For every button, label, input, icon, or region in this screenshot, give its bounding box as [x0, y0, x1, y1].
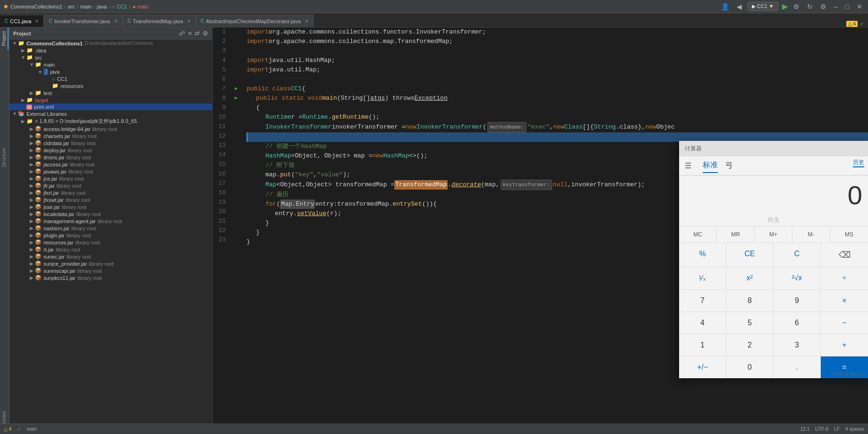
update-icon[interactable]: ↻: [805, 2, 815, 11]
calc-tab-bow[interactable]: 弓: [725, 159, 733, 173]
sidebar-expand-icon[interactable]: ⇄: [195, 30, 200, 37]
tab-transformedmap[interactable]: C TransformedMap.java ✕: [123, 15, 196, 27]
calc-btn-dot[interactable]: .: [774, 356, 821, 378]
back-icon[interactable]: ◀: [735, 2, 744, 11]
status-warning[interactable]: △ 4: [4, 426, 11, 432]
breadcrumb-project[interactable]: CommonsCollections1: [10, 4, 62, 9]
status-linesep[interactable]: LF: [834, 426, 840, 432]
calc-btn-1[interactable]: 1: [679, 334, 726, 356]
tree-item-jar-sunpkcs11[interactable]: ▶ 📦 sunpkcs11.jar library root: [9, 274, 212, 281]
tree-item-jar-deploy[interactable]: ▶ 📦 deploy.jar library root: [9, 147, 212, 154]
sidebar-scope-icon[interactable]: ☍: [179, 30, 185, 37]
tree-item-main[interactable]: ▼ 📁 main: [9, 61, 212, 68]
calc-mminus-btn[interactable]: M-: [792, 226, 830, 243]
tree-item-extlibs[interactable]: ▼ 📚 External Libraries: [9, 110, 212, 117]
tree-item-cc1[interactable]: ○ CC1: [9, 76, 212, 82]
calc-tab-standard[interactable]: 标准: [703, 158, 718, 173]
calc-btn-5[interactable]: 5: [726, 312, 774, 334]
tree-item-idea[interactable]: ▶ 📁 .idea: [9, 47, 212, 54]
calc-btn-sub[interactable]: −: [821, 312, 868, 334]
structure-panel-tab[interactable]: Structure: [0, 144, 9, 171]
breadcrumb-main2[interactable]: ● main: [133, 4, 149, 9]
calc-btn-3[interactable]: 3: [774, 334, 821, 356]
calc-btn-6[interactable]: 6: [774, 312, 821, 334]
tree-item-test[interactable]: ▶ 📁 test: [9, 89, 212, 96]
settings-icon[interactable]: ⚙: [818, 2, 828, 11]
calc-btn-mul[interactable]: ×: [821, 289, 868, 312]
calc-btn-ce[interactable]: CE: [726, 243, 774, 267]
calc-btn-c[interactable]: C: [774, 243, 821, 267]
calc-mc-btn[interactable]: MC: [679, 226, 717, 243]
tree-item-jar-sunmscapi[interactable]: ▶ 📦 sunmscapi.jar library root: [9, 267, 212, 274]
sidebar-settings-icon[interactable]: ⚙: [203, 30, 208, 37]
tree-item-jar-dnsns[interactable]: ▶ 📦 dnsns.jar library root: [9, 154, 212, 161]
tab-invoker[interactable]: C InvokerTransformer.java ✕: [44, 15, 122, 27]
status-indent[interactable]: 4 spaces: [845, 426, 864, 432]
close-icon[interactable]: ✕: [855, 2, 864, 11]
tree-item-jar-sunec[interactable]: ▶ 📦 sunec.jar library root: [9, 253, 212, 260]
status-git[interactable]: main: [26, 426, 37, 432]
tab-cc1[interactable]: C CC1.java ✕: [0, 15, 44, 27]
tree-item-jar-javaws[interactable]: ▶ 📦 javaws.jar library root: [9, 168, 212, 175]
maximize-icon[interactable]: □: [843, 2, 851, 11]
tree-item-jar-plugin[interactable]: ▶ 📦 plugin.jar library root: [9, 232, 212, 239]
tree-item-target[interactable]: ▶ 📁 target: [9, 96, 212, 104]
tree-item-pom[interactable]: m pom.xml: [9, 104, 212, 110]
tree-item-jar-rt[interactable]: ▶ 📦 rt.jar library root: [9, 246, 212, 253]
tab-abstract-close[interactable]: ✕: [305, 18, 308, 24]
tree-item-java[interactable]: ▼ J java: [9, 68, 212, 76]
calc-btn-del[interactable]: ⌫: [821, 243, 868, 267]
tree-item-jar-access[interactable]: ▶ 📦 access-bridge-64.jar library root: [9, 125, 212, 132]
tree-item-jar-sunjce[interactable]: ▶ 📦 sunjce_provider.jar library root: [9, 260, 212, 267]
calc-btn-7[interactable]: 7: [679, 289, 726, 312]
calc-btn-sq[interactable]: x²: [726, 267, 774, 289]
tree-item-root[interactable]: ▼ 📁 CommonsCollections1 D:\notes\java\pr…: [9, 40, 212, 47]
breadcrumb-src[interactable]: src: [68, 4, 75, 9]
calc-history-btn[interactable]: 历史: [853, 158, 864, 167]
breadcrumb-main[interactable]: main: [80, 4, 92, 9]
tree-item-jdk[interactable]: ▶ 📁 < 1.8.65 > D:\notes\java\jdk文件\jdk1.…: [9, 117, 212, 125]
tree-item-jar-jfxrt[interactable]: ▶ 📦 jfxrt.jar library root: [9, 189, 212, 196]
editor[interactable]: 12345 678910 1112131415 1617181920 21222…: [213, 27, 868, 434]
tab-cc1-close[interactable]: ✕: [35, 18, 39, 24]
tab-abstract[interactable]: C AbstractInputCheckedMapDecorator.java …: [196, 15, 314, 27]
user-icon[interactable]: 👤: [719, 2, 731, 11]
tree-item-jar-jaccess[interactable]: ▶ 📦 jaccess.jar library root: [9, 161, 212, 168]
breadcrumb-java[interactable]: java: [97, 4, 107, 9]
calc-mr-btn[interactable]: MR: [717, 226, 755, 243]
tree-item-jar-resources[interactable]: ▶ 📦 resources.jar library root: [9, 239, 212, 246]
calc-ms-btn[interactable]: MS: [830, 226, 868, 243]
tree-item-jar-cldrdata[interactable]: ▶ 📦 cldrdata.jar library root: [9, 139, 212, 147]
calc-btn-9[interactable]: 9: [774, 289, 821, 312]
minimize-icon[interactable]: –: [832, 2, 840, 11]
tab-transformedmap-close[interactable]: ✕: [187, 18, 191, 24]
hamburger-icon[interactable]: ☰: [685, 161, 691, 170]
tab-invoker-close[interactable]: ✕: [114, 18, 118, 24]
calc-btn-neg[interactable]: +/−: [679, 356, 726, 378]
tree-item-jar-mgmt[interactable]: ▶ 📦 management-agent.jar library root: [9, 217, 212, 225]
status-encoding[interactable]: UTF-8: [815, 426, 828, 432]
tree-item-jar-localedata[interactable]: ▶ 📦 localedata.jar library root: [9, 210, 212, 217]
tree-item-jar-nashorn[interactable]: ▶ 📦 nashorn.jar library root: [9, 225, 212, 232]
calc-btn-sqrt[interactable]: ²√x: [774, 267, 821, 289]
sidebar-collapse-icon[interactable]: ≡: [188, 30, 192, 37]
run-button[interactable]: ▶: [782, 2, 788, 11]
tree-item-jar-jce[interactable]: ▶ 📦 jce.jar library root: [9, 175, 212, 182]
run-config-selector[interactable]: ▶ CC1 ▼: [748, 2, 778, 11]
calc-btn-inv[interactable]: ¹∕ₓ: [679, 267, 726, 289]
calc-btn-8[interactable]: 8: [726, 289, 774, 312]
calc-btn-2[interactable]: 2: [726, 334, 774, 356]
tree-item-jar-jfr[interactable]: ▶ 📦 jfr.jar library root: [9, 182, 212, 189]
project-panel-tab[interactable]: Project: [0, 27, 9, 50]
calc-mplus-btn[interactable]: M+: [755, 226, 792, 243]
calc-btn-4[interactable]: 4: [679, 312, 726, 334]
calc-btn-add[interactable]: +: [821, 334, 868, 356]
tree-item-src[interactable]: ▼ 📁 src: [9, 54, 212, 61]
tree-item-resources[interactable]: 📁 resources: [9, 82, 212, 89]
build-icon[interactable]: ⚙: [791, 2, 801, 11]
tree-item-jar-jsse[interactable]: ▶ 📦 jsse.jar library root: [9, 203, 212, 210]
tree-item-jar-charsets[interactable]: ▶ 📦 charsets.jar library root: [9, 132, 212, 139]
calc-btn-div[interactable]: ÷: [821, 267, 868, 289]
calc-btn-0[interactable]: 0: [726, 356, 774, 378]
calc-btn-percent[interactable]: %: [679, 243, 726, 267]
